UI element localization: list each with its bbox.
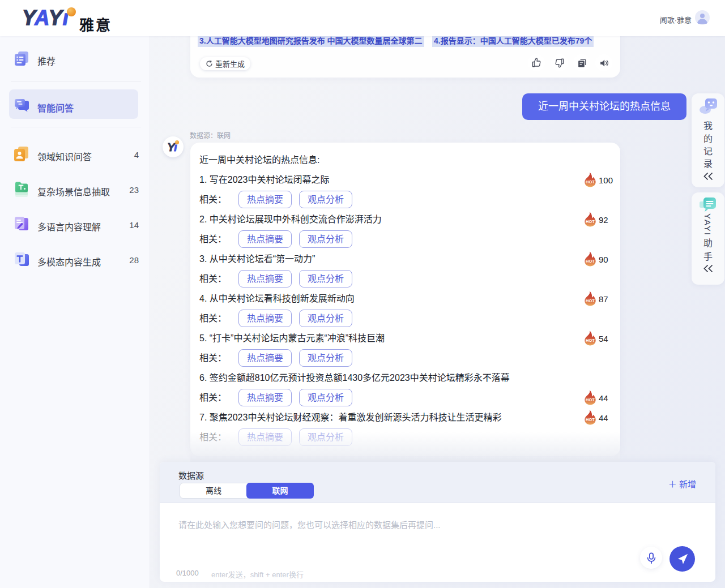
svg-text:HOT: HOT: [586, 219, 595, 224]
svg-text:HOT: HOT: [586, 298, 595, 303]
svg-text:HOT: HOT: [586, 259, 595, 264]
svg-text:HOT: HOT: [586, 179, 595, 184]
svg-text:HOT: HOT: [586, 397, 595, 402]
svg-text:HOT: HOT: [586, 417, 595, 422]
svg-text:HOT: HOT: [586, 338, 595, 343]
